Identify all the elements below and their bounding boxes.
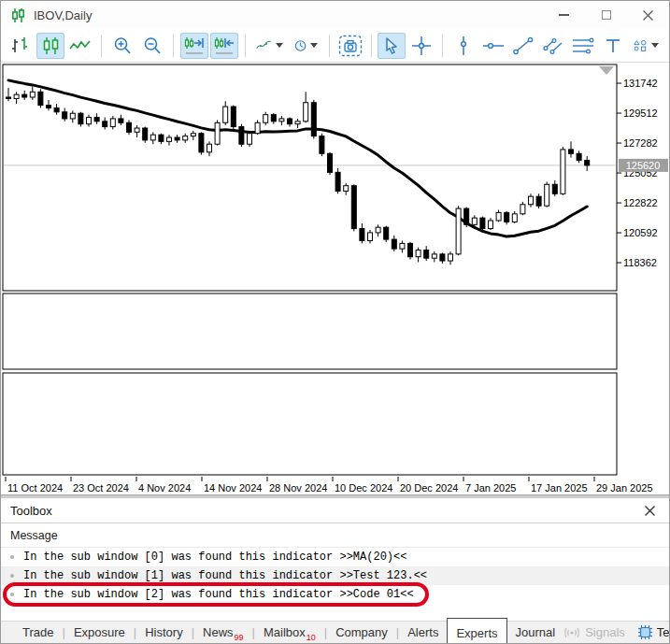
trendline-icon	[513, 36, 534, 55]
svg-text:17 Jan 2025: 17 Jan 2025	[531, 482, 588, 494]
svg-text:129512: 129512	[623, 107, 658, 119]
minimize-icon	[559, 14, 569, 16]
text-label-icon	[605, 37, 621, 54]
svg-text:122822: 122822	[623, 197, 658, 208]
tab-company[interactable]: Company	[327, 622, 396, 643]
zoom-out-icon	[143, 36, 162, 55]
messages-list: In the sub window [0] was found this ind…	[1, 548, 669, 621]
chart-area[interactable]: 1317421295121272821250521228221205921183…	[1, 63, 669, 494]
title-bar: IBOV,Daily	[1, 1, 669, 29]
svg-text:7 Jan 2025: 7 Jan 2025	[465, 482, 516, 494]
news-count-badge: 99	[235, 633, 244, 642]
message-row[interactable]: In the sub window [0] was found this ind…	[1, 548, 669, 566]
toolbar-separator	[329, 35, 330, 57]
chart-shift-button[interactable]	[210, 33, 238, 59]
message-column-label: Message	[10, 529, 58, 542]
chart-shift-icon	[213, 36, 235, 56]
toolbar-separator	[173, 35, 174, 57]
chevron-down-icon	[651, 43, 659, 48]
bullet-icon	[10, 593, 14, 596]
equidistant-channel-icon	[543, 36, 563, 55]
message-text: In the sub window [1] was found this ind…	[23, 569, 427, 582]
bullet-icon	[10, 555, 14, 559]
tab-trade[interactable]: Trade	[14, 622, 62, 643]
close-icon	[643, 10, 653, 21]
vertical-line-icon	[457, 36, 470, 56]
line-chart-button[interactable]	[66, 33, 94, 59]
maximize-button[interactable]	[585, 1, 627, 29]
svg-text:14 Nov 2024: 14 Nov 2024	[204, 482, 262, 494]
svg-text:23 Oct 2024: 23 Oct 2024	[73, 482, 129, 494]
tab-exposure[interactable]: Exposure	[65, 622, 134, 643]
signals-label: Signals	[585, 625, 625, 639]
toolbox-header: Toolbox	[1, 498, 669, 523]
svg-text:127282: 127282	[623, 137, 658, 149]
text-label-button[interactable]	[599, 33, 627, 59]
tab-mailbox[interactable]: Mailbox10	[255, 622, 324, 643]
candlestick-logo-icon	[10, 7, 26, 23]
zoom-in-icon	[113, 36, 132, 55]
vertical-line-button[interactable]	[449, 33, 478, 59]
tab-news[interactable]: News99	[194, 622, 252, 643]
auto-scroll-button[interactable]	[180, 33, 208, 59]
trendline-button[interactable]	[509, 33, 537, 59]
screenshot-camera-icon	[338, 35, 363, 57]
tab-history[interactable]: History	[136, 622, 191, 643]
minimize-button[interactable]	[543, 1, 585, 29]
timeframes-button[interactable]	[290, 33, 322, 59]
bullet-icon	[10, 574, 14, 578]
signals-broadcast-icon	[563, 627, 580, 638]
tester-button[interactable]: Tester	[638, 625, 670, 639]
candlestick-chart-button[interactable]	[36, 33, 64, 59]
screenshot-button[interactable]	[336, 33, 364, 59]
close-button[interactable]	[627, 1, 669, 29]
message-row[interactable]: In the sub window [2] was found this ind…	[1, 585, 669, 604]
svg-text:10 Dec 2024: 10 Dec 2024	[335, 482, 392, 494]
shapes-button[interactable]	[629, 33, 663, 59]
bar-chart-button[interactable]	[7, 33, 35, 59]
svg-text:125620: 125620	[626, 160, 661, 171]
message-column-header[interactable]: Message	[1, 523, 669, 548]
chevron-down-icon	[276, 43, 283, 48]
tab-journal[interactable]: Journal	[507, 622, 564, 643]
fibonacci-icon	[572, 37, 594, 54]
horizontal-line-button[interactable]	[479, 33, 507, 59]
indicators-icon	[256, 37, 271, 54]
bar-chart-icon	[10, 36, 31, 55]
svg-text:131742: 131742	[623, 78, 658, 89]
svg-text:118362: 118362	[623, 257, 657, 268]
tester-label: Tester	[657, 625, 670, 639]
toolbox-tabbar: Trade | Exposure | History | News99 | Ma…	[1, 621, 669, 643]
toolbar-separator	[442, 35, 443, 57]
tester-chip-icon	[638, 625, 652, 639]
tab-label: News	[203, 625, 234, 639]
zoom-in-button[interactable]	[108, 33, 136, 59]
signals-button[interactable]: Signals	[563, 625, 625, 639]
maximize-icon	[602, 10, 611, 20]
cursor-button[interactable]	[378, 33, 406, 59]
message-row[interactable]: In the sub window [1] was found this ind…	[1, 566, 669, 585]
tab-alerts[interactable]: Alerts	[399, 622, 447, 643]
tab-experts[interactable]: Experts	[447, 618, 506, 643]
horizontal-line-icon	[482, 39, 505, 52]
toolbar-separator	[101, 35, 102, 57]
svg-text:11 Oct 2024: 11 Oct 2024	[7, 482, 63, 494]
equidistant-channel-button[interactable]	[539, 33, 567, 59]
crosshair-button[interactable]	[407, 33, 435, 59]
message-text: In the sub window [0] was found this ind…	[23, 551, 406, 564]
toolbox-close-button[interactable]	[639, 500, 660, 521]
message-text: In the sub window [2] was found this ind…	[23, 588, 414, 601]
crosshair-icon	[411, 36, 432, 56]
mailbox-count-badge: 10	[306, 633, 316, 642]
fibonacci-button[interactable]	[569, 33, 597, 59]
indicators-button[interactable]	[251, 33, 287, 59]
zoom-out-button[interactable]	[138, 33, 166, 59]
shapes-icon	[634, 36, 648, 55]
timeframes-clock-icon	[294, 36, 306, 55]
toolbar-separator	[371, 35, 372, 57]
toolbox-title: Toolbox	[10, 504, 52, 518]
close-icon	[645, 506, 655, 516]
chart-svg: 1317421295121272821250521228221205921183…	[1, 63, 670, 494]
svg-text:29 Jan 2025: 29 Jan 2025	[596, 482, 653, 494]
window-title: IBOV,Daily	[34, 8, 92, 22]
